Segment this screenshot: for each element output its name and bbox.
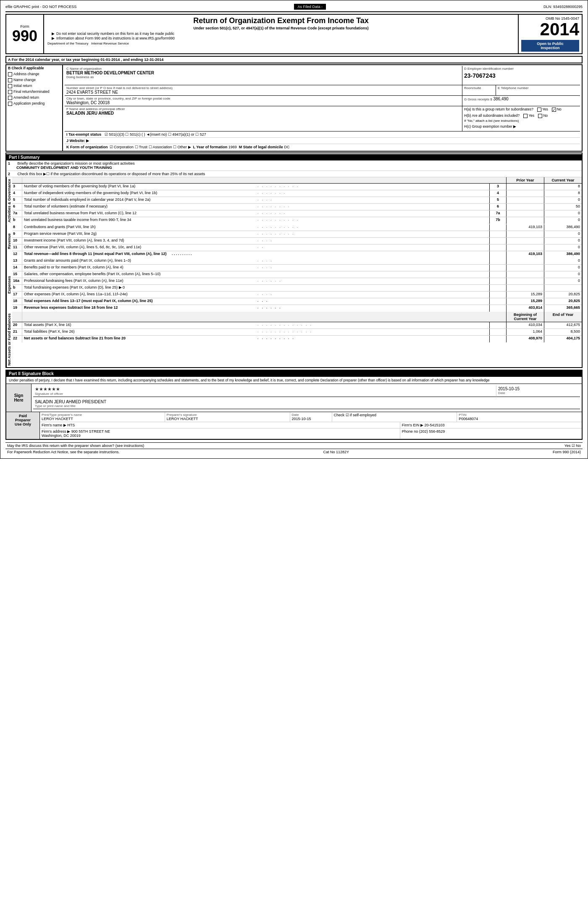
firm-address-cell: Firm's address ▶ 900 55TH STREET NE Wash… [40,428,400,439]
firm-ein-value: 20-5415103 [424,423,444,427]
name-ein-row: C Name of organization BETTER METHOD DEV… [65,66,580,85]
governance-lines: Prior Year Current Year 3 Number of voti… [12,177,582,224]
sign-here-section: Sign Here ★★★★★★ Signature of officer 20… [6,384,582,412]
check-final-return: Final return/terminated [8,89,60,94]
line-11-row: 11 Other revenue (Part VIII, column (A),… [12,244,582,251]
line-15-row: 15 Salaries, other compensation, employe… [12,271,582,278]
line-13-ref [489,258,506,264]
ha-yes-box[interactable] [537,108,541,112]
line-21-beginning: 1,064 [506,329,544,335]
header-subtitle: Under section 501(c), 527, or 4947(a)(1)… [47,26,514,30]
line-4-desc: Number of independent voting members of … [22,190,257,197]
line-15-prior [506,271,544,278]
hb-note: If "No," attach a list (see instructions… [464,119,578,123]
line-17-prior: 15,289 [506,292,544,298]
expenses-sidebar: Expenses [6,258,12,312]
line-18-num: 18 [12,298,22,305]
line-14-current: 0 [544,265,582,271]
prep-date-label: Date [292,413,330,417]
line-14-row: 14 Benefits paid to or for members (Part… [12,265,582,271]
city-label: City or town, state or province, country… [66,97,460,100]
org-name: BETTER METHOD DEVELOPMENT CENTER [66,71,460,75]
line-3-prior [506,184,544,190]
line-15-ref [489,271,506,278]
prep-row-3: Firm's address ▶ 900 55TH STREET NE Wash… [40,428,582,439]
header-center: Return of Organization Exempt From Incom… [44,15,519,53]
line-20-ref [489,322,506,329]
i-label: I Tax-exempt status [66,132,101,137]
prep-sig-label: Preparer's signature [167,413,288,417]
preparer-row: Paid Preparer Use Only Print/Type prepar… [6,412,582,439]
signature-field[interactable]: ★★★★★★ Signature of officer [33,386,496,397]
checkbox-amended-return[interactable] [8,96,12,100]
l-year: 1969 [228,145,237,149]
line-10-ref [489,238,506,244]
line-5-num: 5 [12,197,22,203]
beginning-header: Beginning of Current Year [506,312,544,322]
dept-label: Department of the Treasury [47,42,88,45]
hb-no-box[interactable] [538,114,542,118]
current-year-header: Current Year [544,177,582,183]
line-6-num: 6 [12,204,22,210]
line-20-num: 20 [12,322,22,329]
line-16a-current: 0 [544,278,582,284]
line-16b-row: b Total fundraising expenses (Part IX, c… [12,285,582,292]
ha-no-box[interactable] [552,108,556,112]
open-to-public: Open to Public Inspection [521,40,579,52]
line-22-ref [489,336,506,342]
line-7b-prior [506,217,544,224]
line-13-prior [506,258,544,264]
label-application-pending: Application pending [13,101,45,105]
firm-address-value: 900 55TH STREET NE [71,429,110,434]
firm-address-label: Firm's address ▶ [42,429,70,434]
header-right: OMB No 1545-0047 2014 Open to Public Ins… [519,15,582,53]
header-title: Return of Organization Exempt From Incom… [47,16,514,25]
line-16b-current [544,285,582,291]
checkbox-application-pending[interactable] [8,102,12,106]
line-18-dots: . . . [257,298,489,305]
prep-sig-cell: Preparer's signature LEROY HACKETT [165,412,290,422]
line-12-num: 12 [12,251,22,258]
line-2-desc: Check this box ▶☐ if the organization di… [18,172,205,176]
sig-date-label: Date [498,391,578,395]
line-11-ref [489,244,506,251]
line-6-current: 50 [544,204,582,210]
tax-exempt-row: I Tax-exempt status ☑ 501(c)(3) ☐ 501(c)… [65,131,580,138]
line-10-desc: Investment income (Part VIII, column (A)… [22,238,257,244]
checkbox-initial-return[interactable] [8,84,12,88]
line-1-row: 1 Briefly describe the organization's mi… [6,160,582,171]
line-3-current: 8 [544,184,582,190]
k-l-m-row: K Form of organization ☑ Corporation ☐ T… [65,144,580,150]
line-18-current: 20,825 [544,298,582,305]
line-15-num: 15 [12,271,22,278]
arrow-icon-1: ▶ [52,32,55,36]
hb-yes-box[interactable] [523,114,528,118]
line-10-current: 0 [544,238,582,244]
line-21-end: 8,500 [544,329,582,335]
line-4-row: 4 Number of independent voting members o… [12,190,582,197]
line-9-ref [489,231,506,237]
line-17-row: 17 Other expenses (Part IX, column (A), … [12,292,582,298]
may-irs-label: May the IRS discuss this return with the… [7,444,144,448]
line-16b-num: b [12,285,22,291]
line-7b-desc: Net unrelated business taxable income fr… [22,217,257,224]
line-3-row: 3 Number of voting members of the govern… [12,184,582,190]
line-17-ref [489,292,506,298]
line-7a-dots: . . . . . . . [257,210,489,217]
sign-here-label: Sign Here [6,384,32,412]
footer-section: May the IRS discuss this return with the… [5,442,583,455]
paperwork-row: For Paperwork Reduction Act Notice, see … [5,449,583,455]
line-7b-current: 0 [544,217,582,224]
label-final-return: Final return/terminated [13,89,50,94]
line-8-desc: Contributions and grants (Part VIII, lin… [22,224,257,231]
checkbox-address-change[interactable] [8,72,12,76]
checkbox-final-return[interactable] [8,90,12,94]
line-8-prior: 419,103 [506,224,544,231]
form-number-box: Form 990 [6,15,44,53]
activities-section: Activities & Governance Prior Year Curre… [6,177,582,224]
k-options: ☑ Corporation ☐ Trust ☐ Association ☐ Ot… [110,145,191,149]
checkbox-name-change[interactable] [8,78,12,82]
may-irs-row: May the IRS discuss this return with the… [5,442,583,449]
line-22-num: 22 [12,336,22,342]
line-18-prior: 15,289 [506,298,544,305]
